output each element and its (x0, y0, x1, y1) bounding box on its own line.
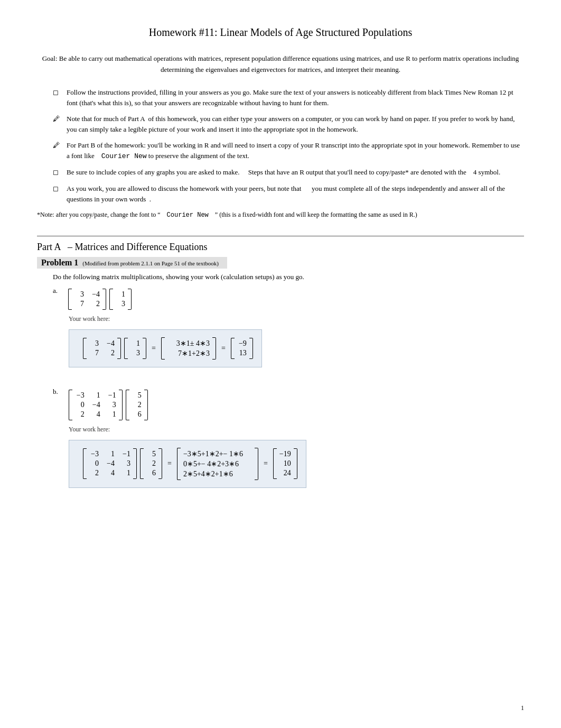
instruction-2: Note that for much of Part A of this hom… (67, 114, 524, 135)
instruction-3: For Part B of the homework: you'll be wo… (67, 140, 524, 162)
eq4: = (261, 459, 270, 468)
result-matrix-b: −19 10 24 (273, 448, 297, 479)
list-item: ◻ Follow the instructions provided, fill… (53, 87, 524, 108)
list-item: ◻ As you work, you are allowed to discus… (53, 183, 524, 205)
your-work-label-b: Your work here: (69, 426, 524, 434)
eq1: = (149, 344, 158, 353)
matrix-a2: 1 3 (109, 289, 132, 310)
bullet-3: 🖉 (53, 140, 64, 151)
work-matrix-a2: 1 3 (124, 338, 146, 359)
eq2: = (219, 344, 228, 353)
section-divider (37, 236, 524, 236)
instructions-list: ◻ Follow the instructions provided, fill… (53, 87, 524, 205)
work-matrix-a1: 3−4 72 (83, 338, 121, 359)
part-a-problem: 3−4 72 1 3 (68, 289, 132, 310)
instruction-4: Be sure to include copies of any graphs … (67, 167, 524, 178)
part-b-label: b. (53, 388, 58, 396)
problem-header: Problem 1 (Modified from problem 2.1.1 o… (37, 257, 227, 269)
problem-number: Problem 1 (41, 258, 78, 268)
result-matrix-a: −9 13 (231, 338, 253, 359)
work-area-a: 3−4 72 1 3 = 3∗1± 4∗3 7∗1+2∗3 = −9 13 (69, 329, 262, 367)
work-matrix-b1: −31−1 0−43 241 (83, 448, 137, 479)
list-item: 🖉 Note that for much of Part A of this h… (53, 114, 524, 135)
page-number: 1 (521, 704, 524, 712)
problem-subtitle: (Modified from problem 2.1.1 on Page 51 … (82, 260, 219, 266)
bullet-4: ◻ (53, 167, 64, 178)
matrix-a1: 3−4 72 (68, 289, 106, 310)
note-block: *Note: after you copy/paste, change the … (37, 210, 524, 220)
work-area-b: −31−1 0−43 241 5 2 6 = −3∗5+1∗2+− 1∗6 0∗… (69, 440, 306, 488)
work-matrix-b2: 5 2 6 (140, 448, 162, 479)
bullet-1: ◻ (53, 87, 64, 98)
work-expr-a: 3−4 72 1 3 = 3∗1± 4∗3 7∗1+2∗3 = −9 13 (83, 337, 253, 360)
problem-instruction: Do the following matrix multiplications,… (53, 273, 524, 281)
eq3: = (165, 459, 174, 468)
work-matrix-b3: −3∗5+1∗2+− 1∗6 0∗5+− 4∗2+3∗6 2∗5+4∗2+1∗6 (177, 448, 258, 480)
instruction-1: Follow the instructions provided, fillin… (67, 87, 524, 108)
list-item: 🖉 For Part B of the homework: you'll be … (53, 140, 524, 162)
matrix-b1: −31−1 0−43 241 (69, 390, 123, 420)
problem-part-b: b. −31−1 0−43 241 5 2 6 Your work here: (48, 388, 524, 492)
work-matrix-a3: 3∗1± 4∗3 7∗1+2∗3 (161, 337, 216, 360)
part-b-problem: −31−1 0−43 241 5 2 6 (69, 390, 148, 420)
your-work-label-a: Your work here: (69, 315, 524, 323)
page-title: Homework #11: Linear Models of Age Struc… (37, 21, 524, 39)
part-a-label: a. (53, 287, 58, 295)
problem-part-a: a. 3−4 72 1 3 Your work here: 3−4 72 (48, 287, 524, 372)
list-item: ◻ Be sure to include copies of any graph… (53, 167, 524, 178)
work-expr-b: −31−1 0−43 241 5 2 6 = −3∗5+1∗2+− 1∗6 0∗… (83, 448, 297, 480)
bullet-5: ◻ (53, 183, 64, 194)
goal-block: Goal: Be able to carry out mathematical … (37, 53, 524, 76)
part-a-title: Part A – Matrices and Difference Equatio… (37, 242, 524, 253)
matrix-b2: 5 2 6 (126, 390, 148, 420)
instruction-5: As you work, you are allowed to discuss … (67, 183, 524, 205)
bullet-2: 🖉 (53, 114, 64, 124)
